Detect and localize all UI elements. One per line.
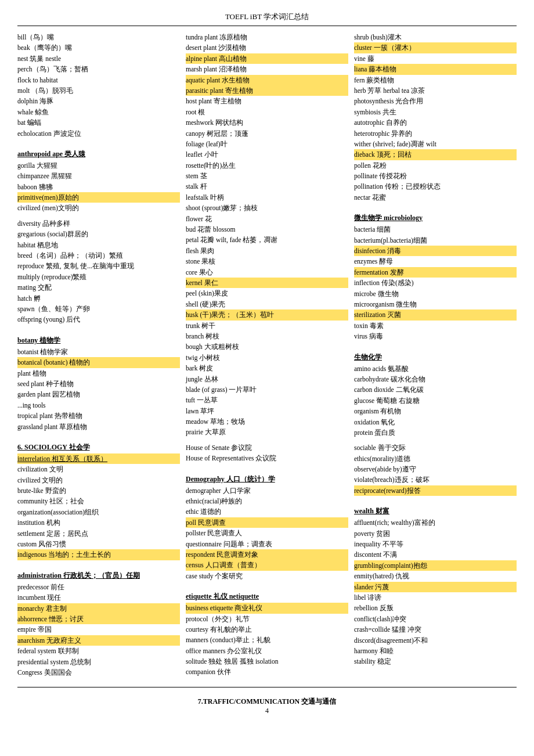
list-item: fern 蕨类植物 <box>354 75 517 85</box>
list-item: interrelation 相互关系（联系） <box>17 453 180 464</box>
list-item: reproduce 繁殖, 复制, 使...在脑海中重现 <box>17 261 180 271</box>
list-item: beak（鹰等的）嘴 <box>17 42 180 53</box>
list-item: solitude 独处 独居 孤独 isolation <box>186 656 348 667</box>
list-item: autotrophic 自养的 <box>354 117 517 128</box>
list-item: core 果心 <box>186 267 348 278</box>
list-item: flesh 果肉 <box>186 246 348 256</box>
column-3: shrub (bush)灌木cluster 一簇（灌木）vine 藤liana … <box>354 32 517 678</box>
section-title: etiquette 礼仪 netiquette <box>186 592 348 602</box>
list-item: fermentation 发酵 <box>354 267 517 278</box>
list-item: sociable 善于交际 <box>354 442 517 453</box>
list-item: tropical plant 热带植物 <box>17 411 180 421</box>
list-item: oxidation 氧化 <box>354 417 517 427</box>
list-item: grumbling(complaint)抱怨 <box>354 560 517 571</box>
list-item: botanist 植物学家 <box>17 347 180 357</box>
list-item: ethic 道德的 <box>186 506 348 517</box>
list-item: predecessor 前任 <box>17 582 180 592</box>
list-item: manners (conduct)举止；礼貌 <box>186 635 348 645</box>
list-item: questionnaire 问题单；调查表 <box>186 539 348 549</box>
list-item: sterilization 灭菌 <box>354 309 517 320</box>
list-item: bill（鸟）嘴 <box>17 32 180 42</box>
list-item: observe(abide by)遵守 <box>354 464 517 474</box>
list-item: wither (shrivel; fade)凋谢 wilt <box>354 139 517 149</box>
list-item: bough 大或粗树枝 <box>186 341 348 352</box>
list-item: office manners 办公室礼仪 <box>186 646 348 656</box>
list-item: canopy 树冠层；顶蓬 <box>186 128 348 139</box>
list-item: gregarious (social)群居的 <box>17 229 180 239</box>
list-item: plant 植物 <box>17 368 180 379</box>
list-item: Congress 美国国会 <box>17 667 180 678</box>
list-item: branch 树枝 <box>186 331 348 341</box>
list-item: bacterium(pl.bacteria)细菌 <box>354 235 517 246</box>
list-item: protein 蛋白质 <box>354 427 517 438</box>
list-item: botanical (botanic) 植物的 <box>17 357 180 368</box>
list-item: organism 有机物 <box>354 406 517 416</box>
list-item: symbiosis 共生 <box>354 107 517 117</box>
list-item: root 根 <box>186 107 348 117</box>
list-item: chimpanzee 黑猩猩 <box>17 171 180 181</box>
list-item: nectar 花蜜 <box>354 192 517 203</box>
list-item: amino acids 氨基酸 <box>354 363 517 374</box>
list-item: multiply (reproduce)繁殖 <box>17 272 180 282</box>
list-item: discord(disagreement)不和 <box>354 635 517 646</box>
list-item: herb 芳草 herbal tea 凉茶 <box>354 85 517 96</box>
list-item: census 人口调查（普查） <box>186 560 348 570</box>
list-item: poll 民意调查 <box>186 517 348 528</box>
list-item: prairie 大草原 <box>186 427 348 437</box>
list-item: stalk 杆 <box>186 181 348 192</box>
list-item: breed（名词）品种；（动词）繁殖 <box>17 250 180 261</box>
list-item: community 社区；社会 <box>17 496 180 506</box>
list-item: affluent(rich; wealthy)富裕的 <box>354 517 517 528</box>
list-item: twig 小树枝 <box>186 352 348 363</box>
list-item: kernel 果仁 <box>186 278 348 288</box>
list-item: conflict(clash)冲突 <box>354 614 517 624</box>
list-item: stem 茎 <box>186 171 348 181</box>
list-item: rosette(叶的)丛生 <box>186 160 348 171</box>
list-item: pollster 民意调查人 <box>186 528 348 538</box>
list-item: anarchism 无政府主义 <box>17 635 180 646</box>
list-item: dolphin 海豚 <box>17 96 180 106</box>
list-item: gorilla 大猩猩 <box>17 160 180 171</box>
list-item: presidential system 总统制 <box>17 657 180 667</box>
list-item: demographer 人口学家 <box>186 485 348 496</box>
list-item: baboon 狒狒 <box>17 182 180 192</box>
list-item: inequality 不平等 <box>354 539 517 549</box>
column-1: bill（鸟）嘴beak（鹰等的）嘴nest 筑巢 nestleperch（鸟）… <box>17 32 180 678</box>
list-item: civilization 文明 <box>17 464 180 474</box>
list-item: nest 筑巢 nestle <box>17 53 180 64</box>
list-item: institution 机构 <box>17 517 180 528</box>
section-title: Demography 人口（统计）学 <box>186 474 348 484</box>
list-item: mating 交配 <box>17 282 180 293</box>
bottom-section-title: 7.TRAFFIC/COMMUNICATION 交通与通信 <box>17 697 517 707</box>
list-item: House of Senate 参议院 <box>186 442 348 453</box>
list-item: heterotrophic 异养的 <box>354 128 517 139</box>
list-item: echolocation 声波定位 <box>17 128 180 139</box>
list-item: pollination 传粉；已授粉状态 <box>354 181 517 192</box>
list-item: libel 诽谤 <box>354 592 517 603</box>
list-item: garden plant 园艺植物 <box>17 389 180 399</box>
list-item: husk (干)果壳；（玉米）苞叶 <box>186 309 348 320</box>
list-item: enmity(hatred) 仇视 <box>354 571 517 581</box>
list-item: primitive(men)原始的 <box>17 192 180 203</box>
list-item: settlement 定居；居民点 <box>17 528 180 539</box>
list-item: shell (硬)果壳 <box>186 299 348 309</box>
list-item: courtesy 有礼貌的举止 <box>186 624 348 635</box>
list-item: virus 病毒 <box>354 331 517 341</box>
list-item: poverty 贫困 <box>354 528 517 539</box>
list-item: leaflet 小叶 <box>186 149 348 160</box>
list-item: civilized 文明的 <box>17 475 180 485</box>
list-item: carbohydrate 碳水化合物 <box>354 374 517 384</box>
list-item: habitat 栖息地 <box>17 240 180 250</box>
list-item: marsh plant 沼泽植物 <box>186 64 348 74</box>
list-item: carbon dioxide 二氧化碳 <box>354 384 517 395</box>
list-item: perch（鸟）飞落；暂栖 <box>17 64 180 74</box>
list-item: shoot (sprout)嫩芽；抽枝 <box>186 203 348 213</box>
list-item: ethnic(racial)种族的 <box>186 496 348 506</box>
list-item: discontent 不满 <box>354 549 517 560</box>
list-item: microbe 微生物 <box>354 289 517 299</box>
list-item: bat 蝙蝠 <box>17 117 180 128</box>
list-item: bark 树皮 <box>186 363 348 373</box>
list-item: stability 稳定 <box>354 656 517 667</box>
list-item: rebellion 反叛 <box>354 603 517 613</box>
list-item: disinfection 消毒 <box>354 246 517 256</box>
